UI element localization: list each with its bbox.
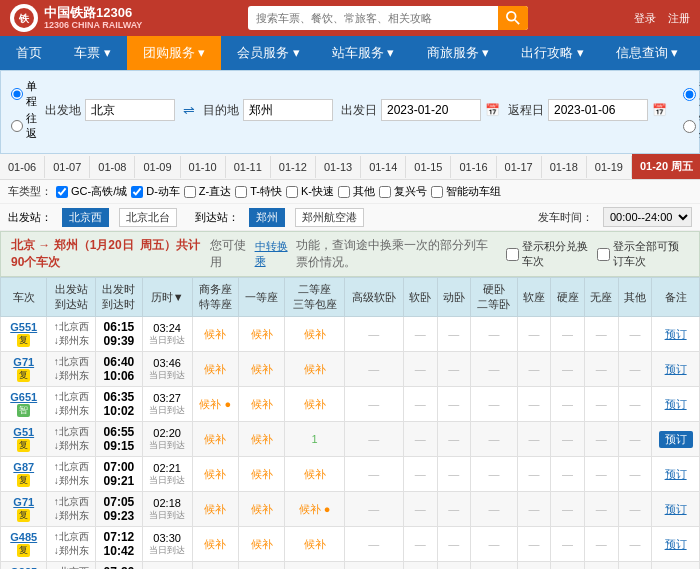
train-type-filter-4[interactable]: K-快速 — [286, 184, 334, 199]
train-type-filter-1[interactable]: D-动车 — [131, 184, 180, 199]
cell-first[interactable]: 候补 — [239, 527, 285, 562]
preorder-link[interactable]: 预订 — [665, 503, 687, 515]
cell-second[interactable]: 候补 ● — [285, 492, 344, 527]
train-type-filter-0[interactable]: GC-高铁/城 — [56, 184, 127, 199]
round-trip-option[interactable]: 往返 — [11, 111, 37, 141]
single-trip-option[interactable]: 单程 — [11, 79, 37, 109]
calendar-icon[interactable]: 📅 — [485, 103, 500, 117]
train-num-link[interactable]: G551 — [10, 321, 37, 333]
date-tab-01-17[interactable]: 01-17 — [497, 156, 542, 178]
cell-first[interactable]: 候补 — [239, 562, 285, 570]
cell-biz[interactable]: 候补 — [192, 492, 238, 527]
train-type-filter-2[interactable]: Z-直达 — [184, 184, 231, 199]
cell-note[interactable]: 预订 — [652, 387, 700, 422]
passenger-normal-radio[interactable] — [683, 88, 696, 101]
cell-first[interactable]: 候补 — [239, 352, 285, 387]
nav-item-ticket[interactable]: 车票 ▾ — [58, 36, 127, 70]
to-input[interactable] — [243, 99, 333, 121]
preorder-link[interactable]: 预订 — [665, 398, 687, 410]
register-link[interactable]: 注册 — [668, 11, 690, 26]
date-tab-01-15[interactable]: 01-15 — [406, 156, 451, 178]
swap-arrow[interactable]: ⇌ — [183, 102, 195, 118]
cell-first[interactable]: 候补 — [239, 457, 285, 492]
cell-first[interactable]: 候补 — [239, 317, 285, 352]
train-type-checkbox-5[interactable] — [338, 186, 350, 198]
show-all-option[interactable]: 登示全部可预订车次 — [597, 239, 689, 269]
nav-item-group[interactable]: 团购服务 ▾ — [127, 36, 222, 70]
preorder-link[interactable]: 预订 — [665, 328, 687, 340]
nav-item-station[interactable]: 站车服务 ▾ — [316, 36, 411, 70]
train-type-filter-5[interactable]: 其他 — [338, 184, 375, 199]
train-type-filter-3[interactable]: T-特快 — [235, 184, 282, 199]
date-tab-01-16[interactable]: 01-16 — [451, 156, 496, 178]
station-btn-bjx[interactable]: 北京西 — [62, 208, 109, 227]
cell-note[interactable]: 预订 — [652, 422, 700, 457]
login-link[interactable]: 登录 — [634, 11, 656, 26]
date-tab-01-13[interactable]: 01-13 — [316, 156, 361, 178]
nav-item-info[interactable]: 信息查询 ▾ — [600, 36, 695, 70]
train-num-link[interactable]: G651 — [10, 391, 37, 403]
cell-note[interactable]: 预订 — [652, 352, 700, 387]
date-tab-01-11[interactable]: 01-11 — [226, 156, 271, 178]
cell-first[interactable]: 候补 — [239, 387, 285, 422]
round-trip-radio[interactable] — [11, 120, 23, 132]
nav-item-member[interactable]: 会员服务 ▾ — [221, 36, 316, 70]
station-btn-zhengzhou[interactable]: 郑州 — [249, 208, 285, 227]
date-tab-01-09[interactable]: 01-09 — [135, 156, 180, 178]
train-num-link[interactable]: G87 — [13, 461, 34, 473]
show-points-checkbox[interactable] — [506, 248, 519, 261]
date-tab-01-08[interactable]: 01-08 — [90, 156, 135, 178]
transfer-link[interactable]: 中转换乘 — [255, 239, 291, 269]
show-all-checkbox[interactable] — [597, 248, 610, 261]
train-type-filter-7[interactable]: 智能动车组 — [431, 184, 501, 199]
date-tab-01-12[interactable]: 01-12 — [271, 156, 316, 178]
depart-time-select[interactable]: 00:00--24:00 — [603, 207, 692, 227]
train-type-checkbox-2[interactable] — [184, 186, 196, 198]
passenger-student-radio[interactable] — [683, 120, 696, 133]
date-tab-01-10[interactable]: 01-10 — [181, 156, 226, 178]
cell-first[interactable]: 候补 — [239, 422, 285, 457]
cell-note[interactable]: 预订 — [652, 562, 700, 570]
cell-biz[interactable]: 候补 — [192, 457, 238, 492]
train-type-checkbox-3[interactable] — [235, 186, 247, 198]
train-type-checkbox-1[interactable] — [131, 186, 143, 198]
date-tab-01-20周五[interactable]: 01-20 周五 — [632, 154, 700, 179]
train-num-link[interactable]: G71 — [13, 496, 34, 508]
train-type-filter-6[interactable]: 复兴号 — [379, 184, 427, 199]
cell-note[interactable]: 预订 — [652, 492, 700, 527]
cell-note[interactable]: 预订 — [652, 457, 700, 492]
date-tab-01-18[interactable]: 01-18 — [542, 156, 587, 178]
depart-date-input[interactable] — [381, 99, 481, 121]
date-tab-01-14[interactable]: 01-14 — [361, 156, 406, 178]
header-search-input[interactable] — [248, 12, 498, 24]
train-num-link[interactable]: G485 — [10, 531, 37, 543]
return-calendar-icon[interactable]: 📅 — [652, 103, 667, 117]
cell-note[interactable]: 预订 — [652, 527, 700, 562]
nav-item-business[interactable]: 商旅服务 ▾ — [411, 36, 506, 70]
date-tab-01-06[interactable]: 01-06 — [0, 156, 45, 178]
preorder-link[interactable]: 预订 — [665, 363, 687, 375]
cell-biz[interactable]: 候补 — [192, 527, 238, 562]
cell-biz[interactable]: 候补 — [192, 422, 238, 457]
cell-second[interactable]: 候补 — [285, 457, 344, 492]
cell-biz[interactable]: 候补 — [192, 317, 238, 352]
train-num-link[interactable]: G51 — [13, 426, 34, 438]
cell-second[interactable]: 候补 — [285, 562, 344, 570]
cell-second[interactable]: 候补 — [285, 527, 344, 562]
book-button[interactable]: 预订 — [659, 431, 693, 448]
from-input[interactable] — [85, 99, 175, 121]
cell-first[interactable]: 候补 — [239, 492, 285, 527]
nav-item-guide[interactable]: 出行攻略 ▾ — [505, 36, 600, 70]
cell-second[interactable]: 候补 — [285, 352, 344, 387]
cell-biz[interactable]: 候补 ● — [192, 387, 238, 422]
cell-second[interactable]: 候补 — [285, 387, 344, 422]
nav-item-home[interactable]: 首页 — [0, 36, 58, 70]
cell-second[interactable]: 1 — [285, 422, 344, 457]
passenger-student[interactable]: 学生 — [683, 111, 700, 141]
station-btn-bjbt[interactable]: 北京北台 — [119, 208, 177, 227]
cell-second[interactable]: 候补 — [285, 317, 344, 352]
train-num-link[interactable]: G71 — [13, 356, 34, 368]
cell-note[interactable]: 预订 — [652, 317, 700, 352]
date-tab-01-07[interactable]: 01-07 — [45, 156, 90, 178]
preorder-link[interactable]: 预订 — [665, 468, 687, 480]
